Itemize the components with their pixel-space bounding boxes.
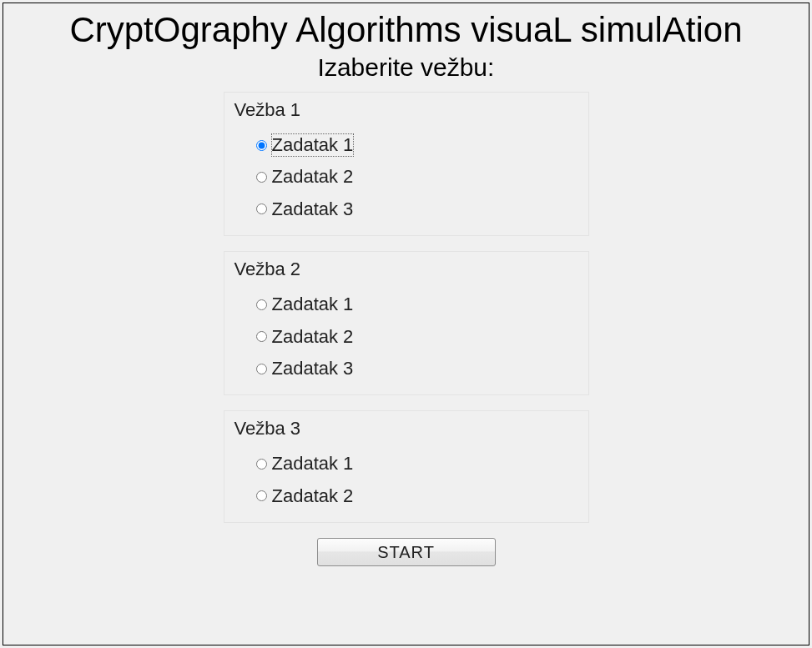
option-vezba1-zadatak1[interactable]: Zadatak 1 xyxy=(235,129,578,161)
option-vezba2-zadatak3[interactable]: Zadatak 3 xyxy=(235,353,578,384)
button-row: START xyxy=(3,538,809,566)
group-title: Vežba 2 xyxy=(235,259,578,280)
radio-input[interactable] xyxy=(256,172,267,183)
group-vezba-2: Vežba 2 Zadatak 1 Zadatak 2 Zadatak 3 xyxy=(224,251,589,395)
option-label: Zadatak 1 xyxy=(272,134,354,156)
option-vezba3-zadatak1[interactable]: Zadatak 1 xyxy=(235,448,578,480)
radio-input[interactable] xyxy=(256,140,267,151)
radio-input[interactable] xyxy=(256,203,267,214)
option-label: Zadatak 1 xyxy=(272,294,354,315)
option-label: Zadatak 2 xyxy=(272,326,354,348)
option-label: Zadatak 2 xyxy=(272,485,354,507)
start-button[interactable]: START xyxy=(317,538,496,566)
option-label: Zadatak 3 xyxy=(272,198,354,220)
radio-input[interactable] xyxy=(256,490,267,501)
option-label: Zadatak 3 xyxy=(272,358,354,379)
radio-input[interactable] xyxy=(256,331,267,342)
option-label: Zadatak 1 xyxy=(272,453,354,475)
option-vezba3-zadatak2[interactable]: Zadatak 2 xyxy=(235,480,578,512)
main-frame: CryptOgraphy Algorithms visuaL simulAtio… xyxy=(3,3,809,645)
page-subtitle: Izaberite vežbu: xyxy=(3,53,809,82)
radio-input[interactable] xyxy=(256,299,267,310)
option-label: Zadatak 2 xyxy=(272,166,354,188)
group-vezba-3: Vežba 3 Zadatak 1 Zadatak 2 xyxy=(224,410,589,523)
radio-input[interactable] xyxy=(256,364,267,374)
option-vezba1-zadatak3[interactable]: Zadatak 3 xyxy=(235,193,578,225)
group-title: Vežba 3 xyxy=(235,418,578,440)
group-title: Vežba 1 xyxy=(235,99,578,121)
option-vezba2-zadatak1[interactable]: Zadatak 1 xyxy=(235,289,578,320)
exercise-groups: Vežba 1 Zadatak 1 Zadatak 2 Zadatak 3 Ve… xyxy=(224,92,589,523)
option-vezba1-zadatak2[interactable]: Zadatak 2 xyxy=(235,161,578,193)
radio-input[interactable] xyxy=(256,459,267,470)
page-title: CryptOgraphy Algorithms visuaL simulAtio… xyxy=(3,10,809,50)
option-vezba2-zadatak2[interactable]: Zadatak 2 xyxy=(235,321,578,353)
group-vezba-1: Vežba 1 Zadatak 1 Zadatak 2 Zadatak 3 xyxy=(224,92,589,236)
